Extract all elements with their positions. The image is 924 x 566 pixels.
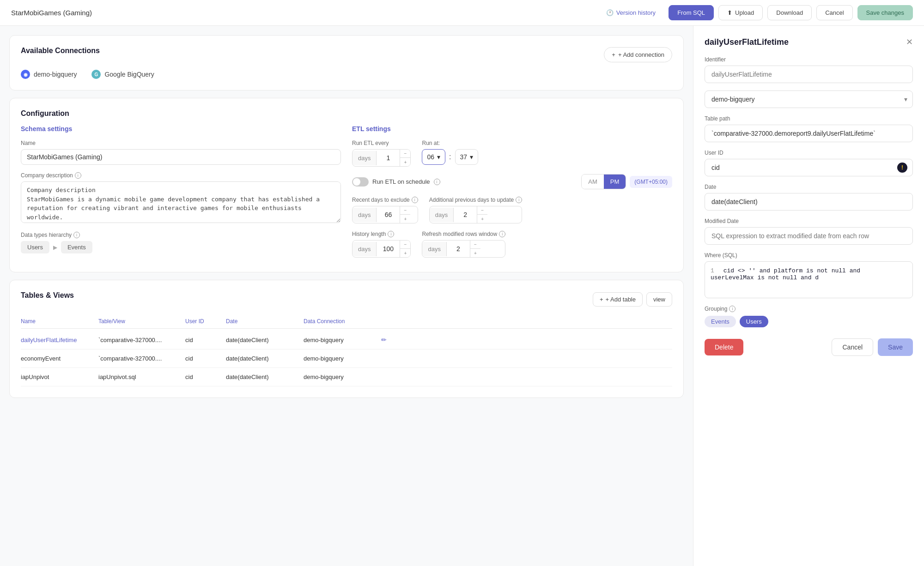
run-etl-decrement[interactable]: − xyxy=(400,150,410,158)
history-length-value[interactable] xyxy=(377,241,400,256)
main-layout: Available Connections + + Add connection… xyxy=(0,26,924,566)
connection-item-google[interactable]: G Google BigQuery xyxy=(91,70,154,79)
run-etl-group: Run ETL every days − + xyxy=(352,140,411,167)
top-bar-actions: 🕐 Version history From SQL ⬆ Upload Down… xyxy=(598,5,913,20)
schema-settings-col: Schema settings Name Company description… xyxy=(21,125,341,261)
recent-days-input: days − + xyxy=(352,206,418,223)
recent-days-group: Recent days to exclude i days − + xyxy=(352,197,418,223)
save-changes-button[interactable]: Save changes xyxy=(857,5,913,20)
row2-date: date(dateClient) xyxy=(226,355,300,362)
additional-days-value[interactable] xyxy=(454,207,477,222)
col-user-id: User ID xyxy=(185,318,222,325)
version-history-button[interactable]: 🕐 Version history xyxy=(598,6,664,20)
panel-cancel-button[interactable]: Cancel xyxy=(832,338,873,356)
schedule-toggle[interactable] xyxy=(352,177,369,187)
row1-edit[interactable]: ✏ xyxy=(381,336,400,343)
events-pill[interactable]: Events xyxy=(61,241,92,253)
grouping-users-tag[interactable]: Users xyxy=(740,316,768,327)
recent-days-value[interactable] xyxy=(377,207,400,222)
data-types-row: Users ▶ Events xyxy=(21,241,341,253)
table-row: iapUnpivot iapUnpivot.sql cid date(dateC… xyxy=(21,368,672,386)
configuration-card: Configuration Schema settings Name Compa… xyxy=(9,98,684,272)
schedule-label: Run ETL on schedule xyxy=(372,178,430,185)
left-panel: Available Connections + + Add connection… xyxy=(0,26,693,566)
user-id-input[interactable] xyxy=(705,159,913,176)
run-etl-value-input[interactable] xyxy=(377,151,400,165)
history-length-decrement[interactable]: − xyxy=(400,241,410,249)
cancel-button[interactable]: Cancel xyxy=(816,5,852,20)
refresh-window-label: Refresh modified rows window i xyxy=(422,231,505,237)
config-title: Configuration xyxy=(21,109,672,118)
additional-days-increment[interactable]: + xyxy=(477,215,487,223)
grouping-group: Grouping i Events Users xyxy=(705,306,913,327)
pm-button[interactable]: PM xyxy=(604,175,626,189)
date-group: Date xyxy=(705,184,913,211)
identifier-input[interactable] xyxy=(705,66,913,83)
ampm-timezone-group: AM PM (GMT+05:00) xyxy=(581,174,672,189)
add-connection-button[interactable]: + + Add connection xyxy=(604,47,672,62)
tables-card: Tables & Views + + Add table view Name T… xyxy=(9,280,684,398)
delete-button[interactable]: Delete xyxy=(705,339,743,355)
recent-days-decrement[interactable]: − xyxy=(400,206,410,215)
hour-select[interactable]: 06 ▾ xyxy=(422,149,445,165)
google-bigquery-label: Google BigQuery xyxy=(104,71,154,78)
row3-table: iapUnpivot.sql xyxy=(98,373,182,380)
row3-name[interactable]: iapUnpivot xyxy=(21,373,95,380)
time-colon: : xyxy=(449,153,451,161)
row2-userid: cid xyxy=(185,355,222,362)
user-id-group: User ID ! xyxy=(705,150,913,176)
col-date: Date xyxy=(226,318,300,325)
row2-name[interactable]: economyEvent xyxy=(21,355,95,362)
history-length-increment[interactable]: + xyxy=(400,249,410,257)
where-group: Where (SQL) 1 cid <> '' and platform is … xyxy=(705,252,913,298)
row1-name[interactable]: dailyUserFlatLifetime xyxy=(21,337,95,343)
refresh-window-info-icon[interactable]: i xyxy=(499,231,505,237)
history-length-unit: days xyxy=(353,242,377,256)
recent-days-increment[interactable]: + xyxy=(400,215,410,223)
company-desc-info-icon[interactable]: i xyxy=(75,172,81,179)
data-types-group: Data types hierarchy i Users ▶ Events xyxy=(21,232,341,253)
am-button[interactable]: AM xyxy=(582,175,604,189)
timezone-badge: (GMT+05:00) xyxy=(630,176,672,188)
modified-date-input[interactable] xyxy=(705,227,913,245)
run-etl-increment[interactable]: + xyxy=(400,158,410,166)
connections-title: Available Connections xyxy=(21,47,100,55)
where-code-block[interactable]: 1 cid <> '' and platform is not null and… xyxy=(705,261,913,298)
name-input[interactable] xyxy=(21,149,341,165)
from-sql-button[interactable]: From SQL xyxy=(669,5,714,20)
edit-icon-1[interactable]: ✏ xyxy=(381,336,387,343)
line-num-1: 1 xyxy=(711,267,714,274)
company-desc-textarea[interactable]: Company description StarMobiGames is a d… xyxy=(21,181,341,223)
close-panel-button[interactable]: ✕ xyxy=(906,37,913,47)
history-length-info-icon[interactable]: i xyxy=(388,231,394,237)
users-pill[interactable]: Users xyxy=(21,241,49,253)
additional-days-decrement[interactable]: − xyxy=(477,206,487,215)
table-path-label: Table path xyxy=(705,115,913,122)
schedule-info-icon[interactable]: i xyxy=(434,179,440,185)
grouping-info-icon[interactable]: i xyxy=(729,306,736,312)
recent-days-stepper: − + xyxy=(400,206,410,223)
table-path-input[interactable] xyxy=(705,125,913,142)
additional-days-info-icon[interactable]: i xyxy=(516,197,522,203)
upload-button[interactable]: ⬆ Upload xyxy=(718,5,763,20)
add-table-button[interactable]: + + Add table xyxy=(593,292,643,307)
connection-item-demo[interactable]: ◉ demo-bigquery xyxy=(21,70,77,79)
grouping-events-tag[interactable]: Events xyxy=(705,316,736,327)
connection-select[interactable]: demo-bigquery xyxy=(705,90,913,108)
refresh-window-value[interactable] xyxy=(447,241,470,256)
download-button[interactable]: Download xyxy=(767,5,812,20)
refresh-window-decrement[interactable]: − xyxy=(470,241,480,249)
grouping-label: Grouping i xyxy=(705,306,913,312)
where-code-text: cid <> '' and platform is not null and u… xyxy=(711,267,860,281)
top-bar: StarMobiGames (Gaming) 🕐 Version history… xyxy=(0,0,924,26)
panel-save-button[interactable]: Save xyxy=(878,338,913,356)
date-input[interactable] xyxy=(705,193,913,211)
view-button[interactable]: view xyxy=(646,292,672,307)
table-row: dailyUserFlatLifetime `comparative-32700… xyxy=(21,331,672,349)
panel-footer-right: Cancel Save xyxy=(832,338,913,356)
minute-select[interactable]: 37 ▾ xyxy=(455,149,479,165)
recent-days-info-icon[interactable]: i xyxy=(412,197,418,203)
refresh-window-increment[interactable]: + xyxy=(470,249,480,257)
etl-settings-col: ETL settings Run ETL every days − + xyxy=(352,125,672,261)
data-types-info-icon[interactable]: i xyxy=(73,232,80,238)
